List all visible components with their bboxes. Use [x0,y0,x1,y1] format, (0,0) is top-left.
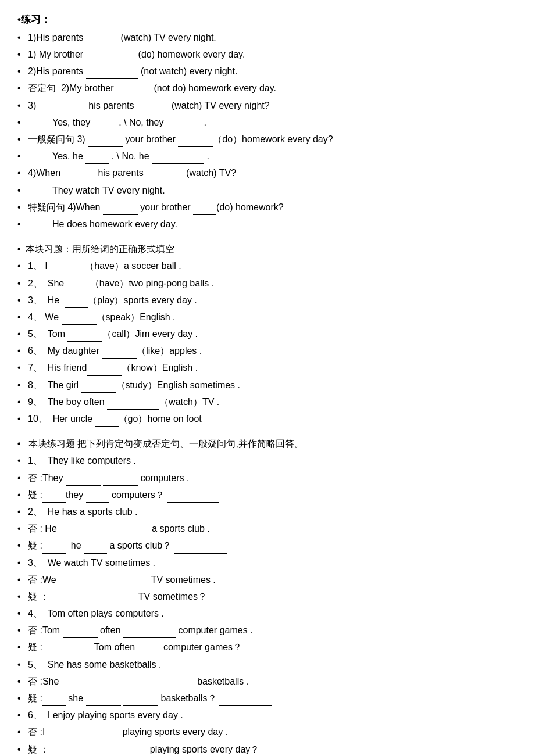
list-item: 疑 ： TV sometimes？ [17,589,518,604]
list-item: 5、 She has some basketballs . [17,657,518,672]
blank [42,543,66,554]
list-item: 否 :She basketballs . [17,673,518,689]
blank [151,171,186,181]
blank [245,645,320,655]
list-item: 1)His parents (watch) TV every night. [17,30,518,45]
list-item: 6、 My daughter （like）apples . [17,343,518,359]
section-fill-blank: • 本块习题：用所给词的正确形式填空 1、 I （have）a soccer b… [17,241,518,427]
blank [59,577,94,587]
blank [63,171,98,181]
blank [48,730,83,740]
blank [107,399,159,410]
blank [67,281,90,291]
blank [112,747,147,756]
list-item: 疑 : she basketballs？ [17,690,518,706]
blank [87,747,110,756]
blank [42,696,66,706]
list-item: • 本块练习题 把下列肯定句变成否定句、一般疑问句,并作简略回答。 [17,436,518,452]
blank [138,645,161,655]
transform-list: • 本块练习题 把下列肯定句变成否定句、一般疑问句,并作简略回答。 1、 The… [17,436,518,756]
list-item: 5、 Tom （call）Jim every day . [17,326,518,342]
blank [67,331,102,342]
blank [97,577,149,587]
blank [86,52,138,62]
list-item-indent: Yes, they . \ No, they . [17,114,518,130]
list-item: 3)his parents (watch) TV every night? [17,98,518,113]
blank [65,298,88,308]
blank [166,120,201,130]
list-item: • 本块习题：用所给词的正确形式填空 [17,241,518,257]
list-item: 2)His parents (not watch) every night. [17,63,518,79]
blank [97,526,149,536]
list-item: 1、 They like computers . [17,453,518,468]
blank [123,628,176,638]
list-item: 1、 I （have）a soccer ball . [17,258,518,274]
blank [152,153,204,164]
list-item: 疑 :they computers？ [17,487,518,503]
practice-list: 1)His parents (watch) TV every night. 1)… [17,30,518,232]
blank [42,645,66,655]
list-item: 否定句 2)My brother (not do) homework every… [17,80,518,96]
blank [62,679,85,689]
list-item: 否 :We TV sometimes . [17,572,518,587]
list-item: 1) My brother (do) homework every day. [17,46,518,62]
blank [103,475,138,486]
list-item: 疑 : he a sports club？ [17,538,518,553]
blank [49,594,72,604]
list-item: 疑 ： playing sports every day？ [17,741,518,756]
list-item-indent: He does homework every day. [17,216,518,232]
blank [102,348,137,359]
blank [42,492,66,503]
list-item: 8、 The girl （study）English sometimes . [17,377,518,393]
list-item: 9、 The boy often （watch）TV . [17,394,518,410]
blank [86,492,109,503]
fill-blank-list: • 本块习题：用所给词的正确形式填空 1、 I （have）a soccer b… [17,241,518,427]
blank [86,35,121,45]
blank [66,475,101,486]
list-item: 2、 He has a sports club . [17,504,518,519]
blank [116,86,151,96]
blank [49,747,84,756]
blank [178,137,213,147]
blank [84,543,107,554]
blank [123,696,158,706]
list-item: 疑 : Tom often computer games？ [17,639,518,655]
list-item: 3、 He （play）sports every day . [17,292,518,308]
list-item: 否 : He a sports club . [17,521,518,536]
list-item-indent: Yes, he . \ No, he . [17,148,518,164]
blank [193,205,216,215]
blank [167,492,219,503]
list-item: 4、 Tom often plays computers . [17,605,518,621]
list-item: 3、 We watch TV sometimes . [17,555,518,571]
list-item: 2、 She （have）two ping-pong balls . [17,275,518,291]
blank [63,628,98,638]
blank [81,382,116,393]
blank [142,679,195,689]
list-item: 否 :They computers . [17,470,518,486]
blank [62,314,97,325]
blank [174,543,227,554]
blank [262,747,315,756]
section-title-practice: •练习： [17,12,518,28]
blank [50,264,85,274]
blank [86,696,121,706]
list-item-indent: They watch TV every night. [17,182,518,198]
blank [210,594,280,604]
main-content: •练习： 1)His parents (watch) TV every nigh… [17,12,518,756]
blank [137,103,172,113]
blank [59,526,94,536]
list-item: 6、 I enjoy playing sports every day . [17,707,518,723]
blank [85,730,120,740]
list-item: 4)When his parents (watch) TV? [17,165,518,181]
blank [101,594,135,604]
section-transform: • 本块练习题 把下列肯定句变成否定句、一般疑问句,并作简略回答。 1、 The… [17,436,518,756]
blank [86,69,138,79]
list-item: 特疑问句 4)When your brother (do) homework? [17,199,518,215]
list-item: 否 :Tom often computer games . [17,622,518,638]
blank [36,103,88,113]
list-item: 一般疑问句 3) your brother （do）homework every… [17,131,518,147]
blank [103,205,138,215]
list-item: 10、 Her uncle （go）home on foot [17,411,518,427]
list-item: 4、 We （speak）English . [17,309,518,325]
section-practice: •练习： 1)His parents (watch) TV every nigh… [17,12,518,232]
